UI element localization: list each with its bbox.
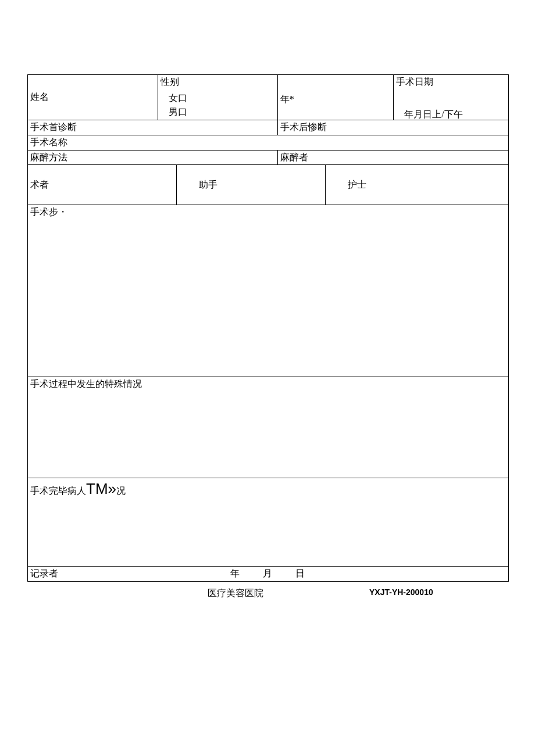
surgery-record-form: 姓名 性别 女口 男口 年* 手术日期 年月日上/下午 手术首诊断 手术后惨断 … <box>27 74 509 165</box>
cell-post-diagnosis[interactable]: 手术后惨断 <box>277 120 508 135</box>
steps-label: 手术步・ <box>30 207 67 217</box>
cell-pre-diagnosis[interactable]: 手术首诊断 <box>28 120 278 135</box>
date-year-label: 年 <box>230 568 240 578</box>
footer-code: YXJT-YH-200010 <box>369 587 433 597</box>
anesthetist-label: 麻醉者 <box>280 152 308 162</box>
row-anesthesia: 麻醉方法 麻醉者 <box>28 150 509 165</box>
pre-diagnosis-label: 手术首诊断 <box>30 122 77 132</box>
cell-condition[interactable]: 手术完毕病人TM»况 <box>28 478 509 567</box>
special-label: 手术过程中发生的特殊情况 <box>30 379 142 389</box>
surgery-date-fill: 年月日上/下午 <box>404 109 462 121</box>
cell-nurse[interactable]: 护士 <box>326 165 509 205</box>
footer: 医疗美容医院 YXJT-YH-200010 <box>27 587 509 600</box>
name-label: 姓名 <box>30 92 49 102</box>
staff-table: 术者 助手 护士 <box>27 165 509 205</box>
cell-surgeon[interactable]: 术者 <box>28 165 177 205</box>
cell-surgery-name[interactable]: 手术名称 <box>28 135 509 150</box>
row-steps: 手术步・ <box>28 205 509 377</box>
row-surgery-name: 手术名称 <box>28 135 509 150</box>
cell-age[interactable]: 年* <box>277 75 394 120</box>
cell-assistant[interactable]: 助手 <box>177 165 326 205</box>
age-label: 年* <box>280 94 294 106</box>
row-staff: 术者 助手 护士 <box>28 165 509 205</box>
date-month-label: 月 <box>263 568 272 578</box>
row-special: 手术过程中发生的特殊情况 <box>28 377 509 478</box>
cell-anesthesia-method[interactable]: 麻醉方法 <box>28 150 278 165</box>
surgery-name-label: 手术名称 <box>30 137 67 147</box>
gender-female-option[interactable]: 女口 <box>169 91 187 105</box>
footer-hospital: 医疗美容医院 <box>208 587 263 600</box>
cell-steps[interactable]: 手术步・ <box>28 205 509 377</box>
cell-anesthetist[interactable]: 麻醉者 <box>277 150 508 165</box>
post-diagnosis-label: 手术后惨断 <box>280 122 327 132</box>
condition-tm: TM» <box>86 480 116 497</box>
gender-options: 女口 男口 <box>169 91 187 119</box>
surgeon-label: 术者 <box>30 180 49 189</box>
row-diagnosis: 手术首诊断 手术后惨断 <box>28 120 509 135</box>
row-condition: 手术完毕病人TM»况 <box>28 478 509 567</box>
row-basic-info: 姓名 性别 女口 男口 年* 手术日期 年月日上/下午 <box>28 75 509 120</box>
nurse-label: 护士 <box>328 179 506 191</box>
condition-suffix: 况 <box>116 486 126 496</box>
assistant-label: 助手 <box>179 179 323 191</box>
row-recorder: 记录者 年月日 <box>28 567 509 582</box>
cell-gender[interactable]: 性别 女口 男口 <box>158 75 277 120</box>
cell-recorder[interactable]: 记录者 年月日 <box>28 567 509 582</box>
cell-special[interactable]: 手术过程中发生的特殊情况 <box>28 377 509 478</box>
cell-surgery-date[interactable]: 手术日期 年月日上/下午 <box>394 75 509 120</box>
details-table: 手术步・ 手术过程中发生的特殊情况 手术完毕病人TM»况 记录者 年月日 <box>27 205 509 582</box>
date-day-label: 日 <box>295 568 305 578</box>
anesthesia-method-label: 麻醉方法 <box>30 152 67 162</box>
gender-label: 性别 <box>160 76 179 88</box>
surgery-date-label: 手术日期 <box>396 76 433 88</box>
recorder-label: 记录者 <box>30 568 58 580</box>
cell-name[interactable]: 姓名 <box>28 75 158 120</box>
gender-male-option[interactable]: 男口 <box>169 105 187 119</box>
condition-prefix: 手术完毕病人 <box>30 486 86 496</box>
recorder-date: 年月日 <box>230 568 328 580</box>
